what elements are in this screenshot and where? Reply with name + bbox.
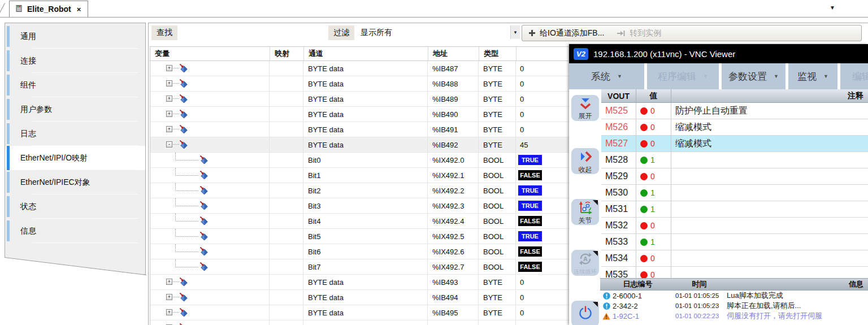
sidebar-item[interactable]: 日志 [5, 122, 145, 146]
tree-line [173, 129, 179, 129]
sidebar-item[interactable]: 通用 [5, 24, 145, 49]
sidebar-item[interactable]: 状态 [5, 194, 145, 219]
vout-row[interactable]: M534 0 [601, 250, 868, 267]
table-row[interactable]: + BYTE data %IB490 BYTE 0 [150, 107, 570, 122]
add-fb-button[interactable]: 给IO通道添加FB... [522, 25, 610, 41]
vnc-menu-button[interactable]: 系统 ▼ [569, 63, 644, 89]
table-row[interactable]: + BYTE data %IB487 BYTE 0 [150, 61, 570, 76]
vout-comment: 缩减模式 [671, 136, 868, 151]
cell-channel: BYTE data [303, 305, 428, 320]
tool-button-power[interactable] [571, 301, 599, 325]
col-variable[interactable]: 变量 [150, 47, 270, 60]
vout-row[interactable]: M530 1 [601, 185, 868, 201]
tool-button-auto-cycle[interactable]: A 连续循环 [571, 250, 599, 276]
col-channel[interactable]: 通道 [304, 47, 428, 60]
vout-row[interactable]: M532 0 [601, 218, 868, 234]
cell-value: TRUE [516, 229, 568, 244]
cell-value: FALSE [516, 244, 568, 259]
chevron-down-icon: ▼ [774, 74, 779, 79]
tab-elite-robot[interactable]: Elite_Robot × [9, 1, 88, 17]
col-mapping[interactable]: 映射 [270, 47, 304, 60]
vout-row[interactable]: M531 1 [601, 201, 868, 218]
table-row[interactable]: Bit0 %IX492.0 BOOL TRUE [150, 153, 570, 168]
cell-type: BOOL [479, 153, 516, 167]
table-row[interactable]: + BYTE data %IB488 BYTE 0 [150, 76, 570, 92]
sidebar-item[interactable]: 连接 [5, 49, 145, 73]
vout-row[interactable]: M527 0 缩减模式 [601, 136, 868, 152]
chevron-down-icon: ▼ [823, 74, 828, 79]
table-row[interactable]: + BYTE data %IB491 BYTE 0 [150, 122, 570, 137]
io-channel-icon [200, 201, 209, 210]
table-row[interactable]: + BYTE data %IB494 BYTE 0 [150, 290, 570, 305]
sidebar-item[interactable]: 信息 [5, 219, 145, 243]
tree-expander[interactable]: + [166, 126, 172, 132]
vnc-menu-button[interactable]: 监视 ▼ [788, 63, 837, 89]
vnc-menu-button[interactable]: 参数设置 ▼ [722, 63, 785, 89]
vout-row[interactable]: M529 0 [601, 168, 868, 185]
cell-type: BOOL [479, 198, 516, 213]
vout-row[interactable]: M535 0 [601, 267, 868, 278]
find-input[interactable] [184, 26, 326, 40]
tree-expander[interactable]: + [166, 279, 172, 285]
col-address[interactable]: 地址 [428, 47, 479, 60]
vout-row[interactable]: M528 1 [601, 152, 868, 168]
table-row[interactable]: Bit5 %IX492.5 BOOL TRUE [150, 229, 570, 244]
sidebar-item[interactable]: 组件 [5, 73, 145, 97]
tree-line [173, 68, 179, 68]
vnc-window-title: 192.168.1.200 (x11vnc) - VNC Viewer [593, 49, 735, 59]
filter-caret-icon[interactable]: ▼ [510, 25, 520, 39]
tree-expander[interactable]: + [166, 65, 172, 71]
cell-channel: Bit7 [303, 259, 428, 274]
tool-button-expand[interactable]: 展开 [571, 95, 599, 121]
vnc-tool-column: 展开 收起 关节 A 连续循环 [569, 89, 601, 325]
table-row[interactable]: Bit4 %IX492.4 BOOL FALSE [150, 214, 570, 229]
vout-row[interactable]: M526 0 缩减模式 [601, 119, 868, 136]
tool-button-collapse[interactable]: 收起 [571, 148, 599, 174]
col-value[interactable] [517, 47, 570, 60]
filter-dropdown[interactable]: 显示所有 [361, 28, 392, 38]
sidebar-item[interactable]: EtherNet/IPIEC对象 [5, 170, 145, 194]
cell-mapping [270, 320, 303, 325]
table-row[interactable]: Bit1 %IX492.1 BOOL FALSE [150, 168, 570, 183]
tree-expander[interactable]: + [166, 111, 172, 117]
tree-line [173, 98, 179, 99]
bool-value-badge: FALSE [518, 216, 542, 226]
cell-variable: + [150, 122, 270, 137]
table-row[interactable]: + BYTE data %IB489 BYTE 0 [150, 92, 570, 107]
table-row[interactable]: + BYTE data %IB496 BYTE 0 [150, 320, 570, 325]
log-row[interactable]: 2-342-2 01-01 01:05:23 脚本正在加载,请稍后... [600, 301, 868, 311]
tool-button-joint[interactable]: 关节 [571, 199, 599, 225]
goto-instance-button[interactable]: 转到实例 [610, 25, 667, 41]
tab-overflow-icon[interactable]: ▼ [830, 5, 835, 11]
vout-row[interactable]: M525 0 防护停止自动重置 [601, 103, 868, 119]
vnc-menu-button[interactable]: 程序编辑 ▼ [647, 63, 719, 89]
vnc-menu-button[interactable]: 编辑指令 [840, 63, 868, 89]
vout-row[interactable]: M533 1 [601, 234, 868, 250]
table-row[interactable]: - BYTE data %IB492 BYTE 45 [150, 137, 570, 153]
tree-expander[interactable]: + [166, 294, 172, 300]
table-row[interactable]: Bit2 %IX492.2 BOOL TRUE [150, 183, 570, 198]
tree-expander[interactable]: + [166, 309, 172, 315]
table-row[interactable]: Bit7 %IX492.7 BOOL FALSE [150, 259, 570, 275]
log-message: 脚本正在加载,请稍后... [723, 301, 868, 311]
sidebar-item[interactable]: EtherNet/IPI/O映射 [5, 146, 145, 170]
close-icon[interactable]: × [77, 5, 81, 14]
cell-mapping [270, 275, 303, 289]
table-row[interactable]: + BYTE data %IB495 BYTE 0 [150, 305, 570, 320]
sidebar-item-accent [7, 146, 10, 170]
tree-expander[interactable]: + [166, 80, 172, 86]
table-row[interactable]: + BYTE data %IB493 BYTE 0 [150, 275, 570, 290]
log-row[interactable]: 1-92C-1 01-01 00:22:23 伺服没有打开，请先打开伺服 [600, 311, 868, 321]
vnc-titlebar[interactable]: V2 192.168.1.200 (x11vnc) - VNC Viewer [569, 44, 868, 63]
log-row[interactable]: 2-6000-1 01-01 01:05:25 Lua脚本加载完成 [600, 291, 868, 301]
table-row[interactable]: Bit3 %IX492.3 BOOL TRUE [150, 198, 570, 214]
cell-address: %IX492.7 [428, 259, 479, 274]
sidebar-item[interactable]: 用户参数 [5, 97, 145, 122]
tree-expander[interactable]: - [166, 141, 172, 148]
state-dot-icon [640, 206, 648, 213]
bool-value-badge: TRUE [518, 185, 542, 196]
tree-expander[interactable]: + [166, 96, 172, 102]
table-row[interactable]: Bit6 %IX492.6 BOOL FALSE [150, 244, 570, 259]
vout-name: M526 [601, 119, 636, 135]
col-type[interactable]: 类型 [479, 47, 517, 60]
